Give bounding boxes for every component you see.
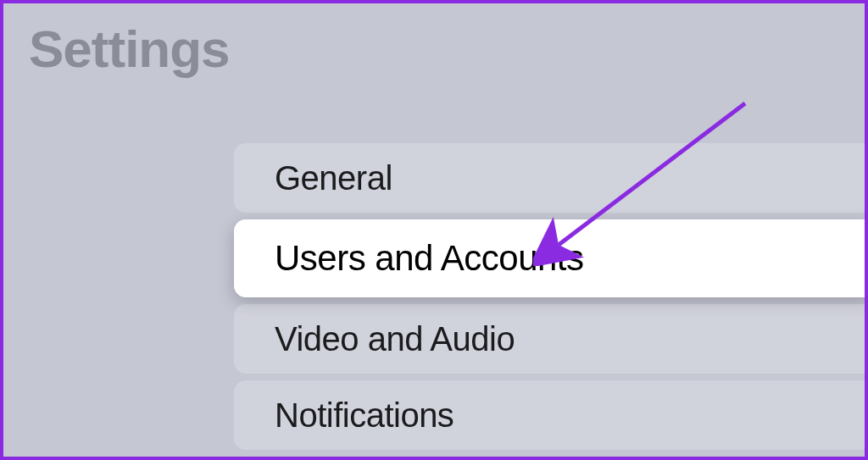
menu-item-label: Users and Accounts: [275, 238, 584, 279]
menu-item-label: Notifications: [275, 396, 453, 435]
menu-item-notifications[interactable]: Notifications: [234, 380, 868, 450]
menu-item-label: Video and Audio: [275, 320, 515, 358]
settings-screen: Settings General Users and Accounts Vide…: [0, 0, 868, 460]
menu-item-label: General: [275, 159, 392, 197]
menu-item-general[interactable]: General: [234, 143, 868, 213]
menu-item-video-and-audio[interactable]: Video and Audio: [234, 304, 868, 374]
settings-menu: General Users and Accounts Video and Aud…: [234, 143, 868, 450]
menu-item-users-and-accounts[interactable]: Users and Accounts: [234, 219, 868, 297]
page-title: Settings: [29, 19, 230, 79]
